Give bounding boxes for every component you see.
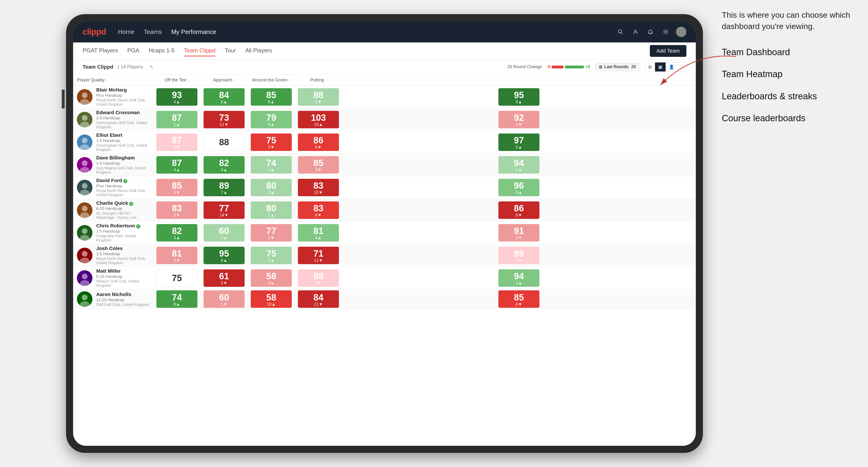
- player-cell-9[interactable]: Aaron Nicholls 11-15 Handicap Drift Golf…: [73, 289, 153, 309]
- score-cell-8-4[interactable]: 94 3▲: [342, 267, 696, 289]
- score-cell-9-0[interactable]: 74 8▲: [153, 289, 200, 309]
- score-cell-3-3[interactable]: 85 3▼: [295, 154, 342, 176]
- verified-badge: ✓: [123, 179, 127, 183]
- nav-links: Home Teams My Performance: [118, 27, 616, 36]
- score-cell-5-3[interactable]: 83 6▼: [295, 199, 342, 221]
- bell-icon[interactable]: [646, 27, 655, 36]
- score-cell-6-1[interactable]: 60 2▲: [200, 221, 248, 244]
- player-cell-2[interactable]: Elliot Ebert 1-5 Handicap Sunningdale Go…: [73, 131, 153, 154]
- col-header-around[interactable]: Around the Green ↓: [248, 74, 295, 86]
- table-row: Elliot Ebert 1-5 Handicap Sunningdale Go…: [73, 131, 696, 154]
- score-cell-4-2[interactable]: 80 3▲: [248, 176, 295, 199]
- player-cell-4[interactable]: David Ford✓ Plus Handicap Royal North De…: [73, 176, 153, 199]
- score-cell-4-4[interactable]: 96 3▲: [342, 176, 696, 199]
- score-cell-8-3[interactable]: 88 2▼: [295, 267, 342, 289]
- col-header-approach[interactable]: Approach ↓: [200, 74, 248, 86]
- ipad-screen: clippd Home Teams My Performance: [73, 21, 696, 446]
- score-cell-4-1[interactable]: 89 7▲: [200, 176, 248, 199]
- nav-link-myperformance[interactable]: My Performance: [171, 27, 216, 36]
- svg-point-20: [80, 257, 89, 263]
- user-avatar[interactable]: [676, 27, 686, 37]
- svg-point-19: [82, 251, 88, 257]
- score-cell-7-0[interactable]: 81 3▼: [153, 244, 200, 267]
- player-cell-7[interactable]: Josh Coles 1-5 Handicap Royal North Devo…: [73, 244, 153, 267]
- score-cell-1-0[interactable]: 87 1▲: [153, 108, 200, 131]
- score-cell-5-0[interactable]: 83 3▼: [153, 199, 200, 221]
- score-cell-0-2[interactable]: 85 8▲: [248, 86, 295, 108]
- score-cell-1-3[interactable]: 103 15▲: [295, 108, 342, 131]
- score-cell-6-2[interactable]: 77 3▼: [248, 221, 295, 244]
- score-cell-2-0[interactable]: 87 3▼: [153, 131, 200, 154]
- player-club-8: Woburn Golf Club, United Kingdom: [96, 279, 150, 288]
- score-cell-8-2[interactable]: 58 4▲: [248, 267, 295, 289]
- score-box-9-4: 85 4▼: [498, 290, 539, 308]
- score-cell-2-3[interactable]: 86 6▼: [295, 131, 342, 154]
- score-cell-4-0[interactable]: 85 3▼: [153, 176, 200, 199]
- user-icon[interactable]: [631, 27, 640, 36]
- score-cell-7-3[interactable]: 71 11▼: [295, 244, 342, 267]
- score-cell-1-4[interactable]: 92 3▼: [342, 108, 696, 131]
- score-cell-2-4[interactable]: 97 5▲: [342, 131, 696, 154]
- score-cell-9-4[interactable]: 85 4▼: [342, 289, 696, 309]
- last-rounds-button[interactable]: ⊞ Last Rounds: 20: [595, 63, 640, 71]
- score-cell-7-4[interactable]: 89 2▼: [342, 244, 696, 267]
- score-cell-0-0[interactable]: 93 4▲: [153, 86, 200, 108]
- player-cell-1[interactable]: Edward Crossman 1-5 Handicap Sunningdale…: [73, 108, 153, 131]
- score-cell-0-1[interactable]: 84 6▲: [200, 86, 248, 108]
- player-count: | 14 Players: [118, 64, 143, 69]
- player-cell-6[interactable]: Chris Robertson✓ 1-5 Handicap Craigmilla…: [73, 221, 153, 244]
- player-info-2: Elliot Ebert 1-5 Handicap Sunningdale Go…: [96, 132, 150, 152]
- side-button[interactable]: [62, 90, 65, 108]
- score-cell-5-1[interactable]: 77 14▼: [200, 199, 248, 221]
- player-cell-8[interactable]: Matt Miller 6-10 Handicap Woburn Golf Cl…: [73, 267, 153, 289]
- score-box-3-2: 74 1▲: [251, 156, 292, 174]
- col-header-offtee[interactable]: Off the Tee ↓: [153, 74, 200, 86]
- score-box-7-1: 95 8▲: [204, 247, 245, 264]
- score-cell-9-3[interactable]: 84 21▼: [295, 289, 342, 309]
- player-info-7: Josh Coles 1-5 Handicap Royal North Devo…: [96, 246, 150, 265]
- score-cell-7-2[interactable]: 75 2▲: [248, 244, 295, 267]
- score-cell-1-2[interactable]: 79 9▲: [248, 108, 295, 131]
- score-cell-3-1[interactable]: 82 4▲: [200, 154, 248, 176]
- sub-nav-allplayers[interactable]: All Players: [245, 45, 272, 56]
- score-cell-6-0[interactable]: 82 3▲: [153, 221, 200, 244]
- score-cell-2-2[interactable]: 75 3▼: [248, 131, 295, 154]
- nav-link-teams[interactable]: Teams: [144, 27, 162, 36]
- score-cell-6-4[interactable]: 91 3▼: [342, 221, 696, 244]
- edit-icon[interactable]: ✎: [150, 64, 154, 70]
- table-toolbar: Team Clippd | 14 Players ✎ 20 Round Chan…: [73, 59, 696, 74]
- score-box-4-4: 96 3▲: [498, 179, 539, 196]
- settings-icon[interactable]: [661, 27, 670, 36]
- score-cell-6-3[interactable]: 81 4▲: [295, 221, 342, 244]
- player-cell-5[interactable]: Charlie Quick✓ 6-10 Handicap St. George'…: [73, 199, 153, 221]
- col-header-player[interactable]: Player Quality ↓: [73, 74, 153, 86]
- score-cell-3-2[interactable]: 74 1▲: [248, 154, 295, 176]
- sub-nav-pgat[interactable]: PGAT Players: [83, 45, 118, 56]
- score-cell-0-4[interactable]: 95 9▲: [342, 86, 696, 108]
- score-cell-3-0[interactable]: 87 4▲: [153, 154, 200, 176]
- score-cell-2-1[interactable]: 88: [200, 131, 248, 154]
- score-cell-7-1[interactable]: 95 8▲: [200, 244, 248, 267]
- score-cell-3-4[interactable]: 94 1▲: [342, 154, 696, 176]
- score-cell-1-1[interactable]: 73 11▼: [200, 108, 248, 131]
- svg-point-6: [80, 99, 89, 105]
- score-cell-5-2[interactable]: 80 1▲: [248, 199, 295, 221]
- sub-nav-team[interactable]: Team Clippd: [184, 45, 215, 56]
- score-box-2-2: 75 3▼: [251, 133, 292, 151]
- player-cell-3[interactable]: Dave Billingham 1-5 Handicap Gog Magog G…: [73, 154, 153, 176]
- col-header-putting[interactable]: Putting ↓: [295, 74, 342, 86]
- sub-nav-pga[interactable]: PGA: [127, 45, 140, 56]
- sub-nav-hcaps[interactable]: Hcaps 1-5: [149, 45, 175, 56]
- score-cell-8-1[interactable]: 61 3▼: [200, 267, 248, 289]
- sub-nav-tour[interactable]: Tour: [225, 45, 236, 56]
- score-cell-5-4[interactable]: 86 8▼: [342, 199, 696, 221]
- score-cell-8-0[interactable]: 75: [153, 267, 200, 289]
- score-box-6-2: 77 3▼: [251, 224, 292, 242]
- score-cell-9-2[interactable]: 58 10▲: [248, 289, 295, 309]
- score-cell-4-3[interactable]: 83 10▼: [295, 176, 342, 199]
- nav-link-home[interactable]: Home: [118, 27, 134, 36]
- search-icon[interactable]: [616, 27, 625, 36]
- player-cell-0[interactable]: Blair McHarg Plus Handicap Royal North D…: [73, 86, 153, 108]
- score-cell-0-3[interactable]: 88 1▼: [295, 86, 342, 108]
- score-cell-9-1[interactable]: 60 1▼: [200, 289, 248, 309]
